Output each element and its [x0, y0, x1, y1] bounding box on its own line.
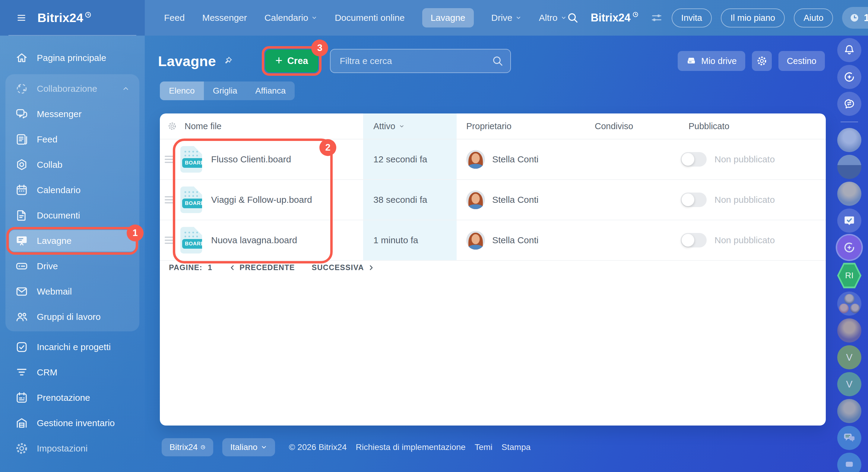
file-name[interactable]: Flusso Clienti.board: [211, 154, 291, 165]
settings-gear-button[interactable]: [752, 51, 772, 71]
nav-altro[interactable]: Altro: [539, 13, 567, 23]
sidebar-item-webmail[interactable]: Webmail: [5, 279, 140, 304]
tab-affianca[interactable]: Affianca: [246, 82, 295, 100]
sidebar-item-gruppi-di-lavoro[interactable]: Gruppi di lavoro: [5, 304, 140, 329]
chat-avatar-initial-v[interactable]: V: [837, 372, 861, 396]
chat-sync-icon[interactable]: [837, 92, 861, 116]
ri-workgroup-badge[interactable]: RI: [837, 262, 862, 289]
filter-search-input[interactable]: [330, 49, 511, 73]
sidebar-item-documenti[interactable]: Documenti: [5, 203, 140, 228]
sidebar-item-collab[interactable]: Collab: [5, 152, 140, 177]
search-icon[interactable]: [567, 12, 579, 24]
previous-page-button[interactable]: PRECEDENTE: [229, 263, 294, 272]
file-name[interactable]: Nuova lavagna.board: [211, 235, 297, 245]
nav-messenger[interactable]: Messenger: [202, 13, 247, 23]
table-row[interactable]: BOARD Viaggi & Follow-up.board 38 second…: [160, 180, 826, 220]
footer-link-temi[interactable]: Temi: [475, 442, 493, 452]
column-nome-file[interactable]: Nome file: [160, 114, 363, 139]
my-drive-button[interactable]: Mio drive: [678, 51, 745, 71]
nav-feed[interactable]: Feed: [164, 13, 185, 23]
owner-avatar[interactable]: [466, 231, 485, 249]
nav-drive[interactable]: Drive: [491, 13, 522, 23]
sidebar-group-header[interactable]: Collaborazione: [5, 76, 140, 101]
sidebar-item-prenotazione[interactable]: Prenotazione: [0, 385, 145, 410]
current-page[interactable]: 1: [208, 263, 212, 272]
publish-toggle[interactable]: [681, 233, 707, 247]
sidebar-item-lavagne[interactable]: Lavagne 1: [9, 230, 136, 252]
column-attivo[interactable]: Attivo: [363, 114, 457, 139]
sidebar-item-incarichi-e-progetti[interactable]: Incarichi e progetti: [0, 334, 145, 360]
table-settings-gear-icon[interactable]: [168, 122, 177, 131]
chat-avatar-partial[interactable]: [837, 453, 861, 472]
envelope-icon: [15, 285, 28, 298]
sidebar-item-calendario[interactable]: Calendario: [5, 177, 140, 203]
owner-avatar[interactable]: [466, 150, 485, 169]
file-list-panel: Nome file Attivo Proprietario Condiviso …: [160, 114, 826, 425]
table-row[interactable]: BOARD Flusso Clienti.board 12 secondi fa…: [160, 140, 826, 180]
my-plan-button[interactable]: Il mio piano: [721, 8, 785, 27]
owner-name[interactable]: Stella Conti: [492, 235, 538, 245]
topbar: Bitrix24 Feed Messenger Calendario Docum…: [0, 0, 868, 36]
chat-avatar-blond-man[interactable]: [837, 182, 861, 206]
sidebar-item-home[interactable]: Pagina principale: [0, 45, 145, 70]
pin-icon[interactable]: [223, 56, 233, 66]
whiteboard-check-icon[interactable]: [837, 209, 861, 233]
shared-cell: [585, 180, 678, 220]
help-button[interactable]: Aiuto: [794, 8, 833, 27]
tab-griglia[interactable]: Griglia: [204, 82, 246, 100]
chat-avatar-woman[interactable]: [837, 318, 861, 343]
nav-label: Lavagne: [431, 13, 465, 23]
footer-link-stampa[interactable]: Stampa: [501, 442, 531, 452]
file-name[interactable]: Viaggi & Follow-up.board: [211, 195, 312, 205]
drag-handle-icon[interactable]: [165, 196, 174, 203]
owner-cell: Stella Conti: [457, 180, 585, 220]
nav-documenti-online[interactable]: Documenti online: [335, 13, 405, 23]
owner-name[interactable]: Stella Conti: [492, 195, 538, 205]
chat-avatar-cat[interactable]: [837, 128, 861, 152]
hamburger-menu-icon[interactable]: [16, 13, 27, 22]
column-condiviso[interactable]: Condiviso: [585, 114, 678, 139]
sidebar-item-crm[interactable]: CRM: [0, 360, 145, 385]
nav-lavagne-active[interactable]: Lavagne: [422, 8, 474, 27]
language-selector[interactable]: Italiano: [222, 438, 275, 456]
group-chat-avatar[interactable]: [837, 292, 861, 316]
chat-avatar-woman-2[interactable]: [837, 399, 861, 423]
chat-bubbles-icon[interactable]: [837, 426, 861, 450]
next-page-button[interactable]: SUCCESSIVA: [312, 263, 374, 272]
create-button-label: Crea: [287, 56, 308, 66]
drag-handle-icon[interactable]: [165, 156, 174, 163]
chat-avatar-man[interactable]: [837, 155, 861, 179]
copilot-purple-icon[interactable]: [837, 235, 861, 260]
table-row[interactable]: BOARD Nuova lavagna.board 1 minuto fa St…: [160, 220, 826, 261]
worktime-widget[interactable]: 10:35: [842, 7, 868, 29]
notifications-bell-icon[interactable]: [837, 38, 861, 62]
search-icon[interactable]: [492, 55, 504, 67]
owner-avatar[interactable]: [466, 190, 485, 209]
nav-calendario[interactable]: Calendario: [265, 13, 317, 23]
footer-link-implementation[interactable]: Richiesta di implementazione: [356, 442, 466, 452]
sliders-icon[interactable]: [651, 12, 662, 24]
bitrix24-logo[interactable]: Bitrix24: [37, 11, 91, 25]
sidebar-item-drive[interactable]: Drive: [5, 254, 140, 279]
publish-toggle[interactable]: [681, 152, 707, 167]
trash-button[interactable]: Cestino: [778, 51, 825, 71]
tab-elenco[interactable]: Elenco: [160, 82, 204, 100]
nav-label: Altro: [539, 13, 558, 23]
copilot-icon[interactable]: [837, 65, 861, 89]
owner-name[interactable]: Stella Conti: [492, 154, 538, 165]
sidebar-item-gestione-inventario[interactable]: Gestione inventario: [0, 410, 145, 436]
column-pubblicato[interactable]: Pubblicato: [678, 114, 826, 139]
main-content: Lavagne + Crea 3 Mio driv: [145, 36, 831, 472]
column-proprietario[interactable]: Proprietario: [457, 114, 585, 139]
portal-settings[interactable]: Bitrix24: [591, 11, 639, 24]
publish-toggle[interactable]: [681, 193, 707, 207]
sidebar-item-impostazioni[interactable]: Impostazioni: [0, 436, 145, 461]
footer-brand-button[interactable]: Bitrix24: [162, 438, 213, 456]
sidebar-item-feed[interactable]: Feed: [5, 127, 140, 152]
drag-handle-icon[interactable]: [165, 237, 174, 244]
invite-button[interactable]: Invita: [672, 8, 712, 27]
sidebar-item-label: Drive: [37, 261, 58, 271]
sidebar-item-messenger[interactable]: Messenger: [5, 101, 140, 127]
create-button[interactable]: + Crea: [265, 50, 318, 72]
chat-avatar-initial-v[interactable]: V: [837, 345, 861, 370]
